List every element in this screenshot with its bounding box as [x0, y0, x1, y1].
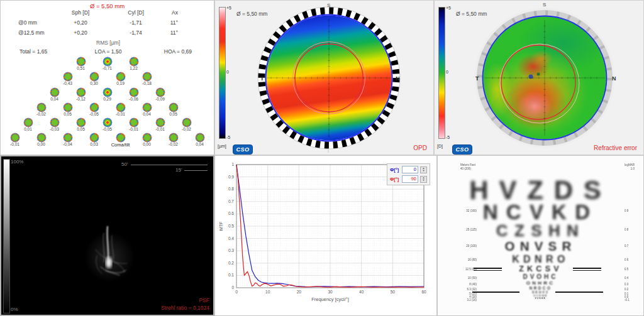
acuity-letter-chart[interactable]: HVZDSNCVKD32 (160)0.9CZSHN25 (125)0.8ONV…	[438, 156, 643, 315]
phi-0-label: Φ[°]	[390, 167, 400, 173]
zernike-map-icon	[103, 118, 112, 127]
zernike-value: -0,03	[50, 127, 59, 133]
zernike-value: 0,05	[64, 112, 72, 117]
zernike-value: 0,05	[169, 112, 177, 117]
zernike-term: 0,05	[55, 103, 81, 117]
zernike-term: 0,00	[134, 133, 160, 148]
acuity-size-label: 25 (125)	[459, 228, 477, 231]
chart-guide-line	[573, 268, 601, 271]
zernike-map-icon	[50, 118, 59, 127]
zernike-value: -0,09	[155, 97, 165, 102]
y-tick-label: 0.1	[228, 273, 234, 277]
zernike-value: -0,01	[129, 127, 138, 133]
x-tick-label: 0	[235, 290, 238, 294]
phi-90-input[interactable]: 90	[402, 175, 418, 183]
superior-marker: S	[543, 2, 546, 8]
col-header-cyl: Cyl [D]	[128, 9, 144, 16]
refractive-error-map[interactable]: T N S	[435, 1, 644, 156]
pupil-diameter-label: Ø = 5,50 mm	[1, 3, 214, 9]
x-tick-label: 30	[328, 290, 333, 294]
stepper-down-icon[interactable]: ▼	[421, 170, 426, 173]
acuity-size-label: 32 (160)	[459, 209, 477, 212]
zernike-map-icon	[143, 133, 152, 142]
x-tick-label: 50	[391, 290, 396, 294]
temporal-marker: T	[475, 75, 479, 82]
refractive-error-panel: +5 0 -5 [D] Ø = 5,50 mm	[434, 0, 644, 155]
acuity-size-label: 3.2 (16)	[459, 298, 477, 302]
zernike-term: 0,51	[68, 57, 94, 72]
opd-map-panel: +5 0 -5 [µm] Ø = 5,50 mm	[214, 0, 434, 155]
temporal-marker: T	[260, 75, 264, 82]
zernike-value: 0,03	[90, 142, 98, 148]
zernike-term: Coma/tilt	[108, 133, 134, 148]
phi-0-stepper[interactable]: ▲▼	[420, 166, 427, 173]
zernike-value: -0,43	[63, 81, 72, 87]
zernike-value: -0,18	[142, 81, 152, 87]
zernike-row: -0,430,300,19-0,18	[1, 72, 214, 87]
y-tick-label: 0.7	[228, 199, 234, 204]
zernike-value: 1,22	[130, 66, 138, 72]
phi-0-input[interactable]: 0	[402, 166, 418, 173]
y-tick-label: 0.3	[228, 248, 234, 253]
zernike-map-icon	[130, 118, 138, 127]
zernike-map-icon	[50, 88, 59, 97]
nasal-marker: N	[612, 75, 616, 82]
zernike-value: -0,01	[116, 112, 125, 117]
zernike-term: -0,43	[55, 72, 81, 87]
rms-hoa: HOA = 0,69	[164, 48, 192, 55]
zernike-term: -0,01	[108, 103, 134, 117]
zernike-term: 0,00	[28, 133, 55, 148]
zernike-map-icon	[64, 133, 72, 142]
y-tick-label: 0.6	[228, 211, 234, 215]
acuity-size-label: 8 (40)	[459, 283, 477, 286]
acuity-size-label: 20 (100)	[459, 244, 477, 248]
acuity-size-label: 16 (80)	[459, 258, 477, 261]
phi-90-stepper[interactable]: ▲▼	[420, 176, 427, 183]
zernike-value: 0,19	[116, 81, 125, 87]
x-tick-label: 60	[421, 290, 426, 294]
zernike-map-icon	[143, 72, 152, 81]
zernike-map-icon	[169, 103, 178, 112]
acuity-logmar-label: 0.3	[625, 283, 636, 286]
zernike-term: -0,01	[121, 118, 147, 133]
y-axis-title: MTF	[219, 222, 223, 231]
zernike-map-icon	[90, 133, 99, 142]
opd-map[interactable]: T N S I	[215, 1, 435, 156]
acuity-logmar-label: -0.1	[625, 298, 636, 302]
zernike-row: 0,51-0,711,22	[1, 57, 214, 72]
zernike-term: 0,29	[94, 88, 121, 102]
chart-guide-line	[472, 291, 519, 293]
acuity-logmar-label: 0.7	[625, 244, 636, 248]
acuity-logmar-label: 0.9	[625, 209, 636, 212]
zernike-map-icon	[130, 57, 138, 66]
zernike-value: -0,01	[155, 127, 165, 133]
zernike-row: 0,01-0,030,05-0,05-0,01-0,01-0,02	[1, 118, 214, 133]
zernike-panel: Ø = 5,50 mm Sph [D] Cyl [D] Ax @0 mm +0,…	[0, 0, 214, 155]
y-tick-label: 0.4	[228, 236, 234, 241]
rms-total: Total = 1,65	[19, 48, 47, 55]
zernike-value: -0,06	[129, 97, 138, 102]
zernike-row: -0,020,05-0,05-0,010,040,05	[1, 103, 214, 117]
psf-image[interactable]	[1, 156, 213, 315]
zernike-term: -0,09	[147, 88, 174, 102]
zernike-term: 0,30	[81, 72, 108, 87]
col-header-ax: Ax	[172, 9, 178, 16]
sph-value: +0,20	[74, 30, 87, 36]
zernike-term: 0,04	[134, 103, 160, 117]
zernike-map-icon	[103, 57, 112, 66]
row-label: @0 mm	[18, 19, 37, 26]
acuity-chart-panel: Meters Feet 40 (200) logMAR 1.0 HVZDSNCV…	[437, 155, 644, 316]
zernike-term: 0,04	[42, 88, 68, 102]
cyl-value: -1,71	[130, 19, 142, 26]
zernike-term: -0,04	[55, 133, 81, 148]
stepper-down-icon[interactable]: ▼	[421, 179, 426, 182]
zernike-value: 0,04	[196, 142, 204, 148]
map-type-label: OPD	[413, 144, 427, 151]
zernike-pyramid: 0,51-0,711,22-0,430,300,19-0,180,04-0,12…	[1, 57, 214, 150]
zernike-map-icon	[90, 72, 99, 81]
row-label: @12,5 mm	[18, 30, 45, 36]
ax-value: 11°	[170, 30, 178, 36]
zernike-term: 0,05	[68, 118, 94, 133]
psf-core	[106, 257, 112, 268]
mtf-panel: 00.10.20.30.40.50.60.70.80.9101020304050…	[214, 155, 437, 316]
